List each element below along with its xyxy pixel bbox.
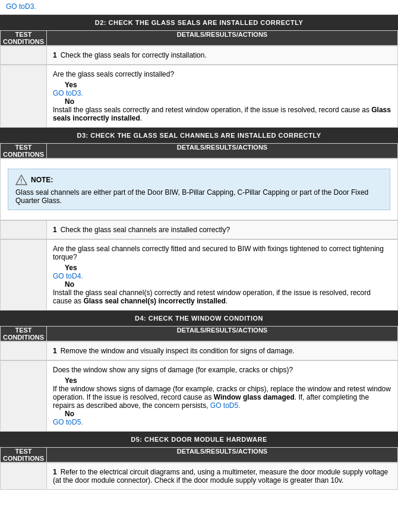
section-table-d5: TEST CONDITIONSDETAILS/RESULTS/ACTIONS (0, 447, 398, 463)
col-header-d4: DETAILS/RESULTS/ACTIONS (47, 327, 398, 341)
step-num-d2-0: 1 (53, 51, 57, 59)
qa-content-d3: Are the glass seal channels correctly fi… (47, 240, 398, 311)
qa-empty-d4 (1, 361, 47, 432)
qa-yes-label-d4: Yes (65, 376, 391, 385)
section-header-d5: D5: CHECK DOOR MODULE HARDWARE (0, 432, 398, 447)
step-text-d4-0: Remove the window and visually inspect i… (61, 347, 295, 355)
step-num-d3-0: 1 (53, 226, 57, 234)
qa-question-d4: Does the window show any signs of damage… (53, 366, 391, 374)
step-table-d3-0: 1Check the glass seal channels are insta… (0, 220, 398, 239)
step-table-d2-0: 1Check the glass seals for correctly ins… (0, 46, 398, 65)
top-goto-link[interactable]: GO toD3. (6, 2, 36, 11)
section-header-d3: D3: CHECK THE GLASS SEAL CHANNELS ARE IN… (0, 128, 398, 143)
step-text-d3-0: Check the glass seal channels are instal… (61, 226, 230, 234)
qa-yes-goto-link-d2[interactable]: GO toD3. (53, 89, 83, 97)
note-title-text: NOTE: (31, 176, 53, 184)
qa-question-d3: Are the glass seal channels correctly fi… (53, 245, 391, 261)
qa-content-d4: Does the window show any signs of damage… (47, 361, 398, 432)
qa-table-d4: Does the window show any signs of damage… (0, 360, 398, 432)
qa-yes-label-d2: Yes (65, 81, 391, 89)
section-table-d3: TEST CONDITIONSDETAILS/RESULTS/ACTIONS (0, 143, 398, 159)
qa-table-d2: Are the glass seals correctly installed?… (0, 65, 398, 128)
col-header-d2: DETAILS/RESULTS/ACTIONS (47, 31, 398, 46)
test-conditions-label-d3: TEST CONDITIONS (1, 144, 47, 159)
step-content-cell-d2-0: 1Check the glass seals for correctly ins… (47, 46, 398, 65)
step-empty-cell-d5-0 (1, 463, 47, 490)
section-table-d4: TEST CONDITIONSDETAILS/RESULTS/ACTIONS (0, 326, 398, 341)
qa-yes-goto-d3[interactable]: GO toD4. (53, 272, 391, 280)
qa-empty-d3 (1, 240, 47, 311)
section-header-d4: D4: CHECK THE WINDOW CONDITION (0, 311, 398, 326)
section-header-d2: D2: CHECK THE GLASS SEALS ARE INSTALLED … (0, 15, 398, 30)
test-conditions-label-d2: TEST CONDITIONS (1, 31, 47, 46)
step-table-d5-0: 1Refer to the electrical circuit diagram… (0, 463, 398, 490)
sections-container: D2: CHECK THE GLASS SEALS ARE INSTALLED … (0, 15, 398, 490)
step-content-cell-d4-0: 1Remove the window and visually inspect … (47, 342, 398, 360)
qa-no-goto-d4[interactable]: GO toD5. (53, 418, 391, 426)
col-header-d5: DETAILS/RESULTS/ACTIONS (47, 448, 398, 463)
col-header-d3: DETAILS/RESULTS/ACTIONS (47, 144, 398, 159)
qa-empty-d2 (1, 65, 47, 128)
note-cell-d3: !NOTE:Glass seal channels are either par… (1, 159, 398, 220)
warning-triangle-icon: ! (15, 174, 27, 186)
top-goto-row: GO toD3. (0, 0, 398, 15)
step-content-cell-d5-0: 1Refer to the electrical circuit diagram… (47, 463, 398, 490)
qa-content-d2: Are the glass seals correctly installed?… (47, 65, 398, 128)
qa-no-text-d3: Install the glass seal channel(s) correc… (53, 289, 391, 305)
qa-no-goto-link-d4[interactable]: GO toD5. (53, 418, 83, 426)
step-num-d5-0: 1 (53, 468, 57, 476)
test-conditions-label-d5: TEST CONDITIONS (1, 448, 47, 463)
test-conditions-label-d4: TEST CONDITIONS (1, 327, 47, 341)
qa-yes-goto-link-d4[interactable]: GO toD5. (210, 401, 241, 410)
qa-no-text-d2: Install the glass seals correctly and re… (53, 106, 391, 122)
section-table-d2: TEST CONDITIONSDETAILS/RESULTS/ACTIONS (0, 30, 398, 46)
step-text-d2-0: Check the glass seals for correctly inst… (61, 51, 207, 59)
step-content-cell-d3-0: 1Check the glass seal channels are insta… (47, 221, 398, 239)
note-table-d3: !NOTE:Glass seal channels are either par… (0, 159, 398, 220)
qa-no-label-d3: No (65, 280, 391, 289)
svg-text:!: ! (20, 178, 22, 185)
note-title-d3: !NOTE: (15, 174, 383, 186)
qa-table-d3: Are the glass seal channels correctly fi… (0, 239, 398, 311)
note-box-d3: !NOTE:Glass seal channels are either par… (8, 169, 390, 210)
step-text-d5-0: Refer to the electrical circuit diagrams… (53, 468, 388, 484)
step-empty-cell-d2-0 (1, 46, 47, 65)
qa-question-d2: Are the glass seals correctly installed? (53, 70, 391, 78)
qa-yes-label-d3: Yes (65, 264, 391, 272)
qa-yes-goto-d2[interactable]: GO toD3. (53, 89, 391, 97)
qa-yes-goto-link-d3[interactable]: GO toD4. (53, 272, 83, 280)
step-empty-cell-d3-0 (1, 221, 47, 239)
qa-no-label-d4: No (65, 410, 391, 418)
qa-yes-text-d4: If the window shows signs of damage (for… (53, 385, 391, 410)
step-num-d4-0: 1 (53, 347, 57, 355)
qa-no-label-d2: No (65, 97, 391, 106)
note-text-d3: Glass seal channels are either part of t… (15, 188, 383, 205)
step-table-d4-0: 1Remove the window and visually inspect … (0, 341, 398, 360)
step-empty-cell-d4-0 (1, 342, 47, 360)
